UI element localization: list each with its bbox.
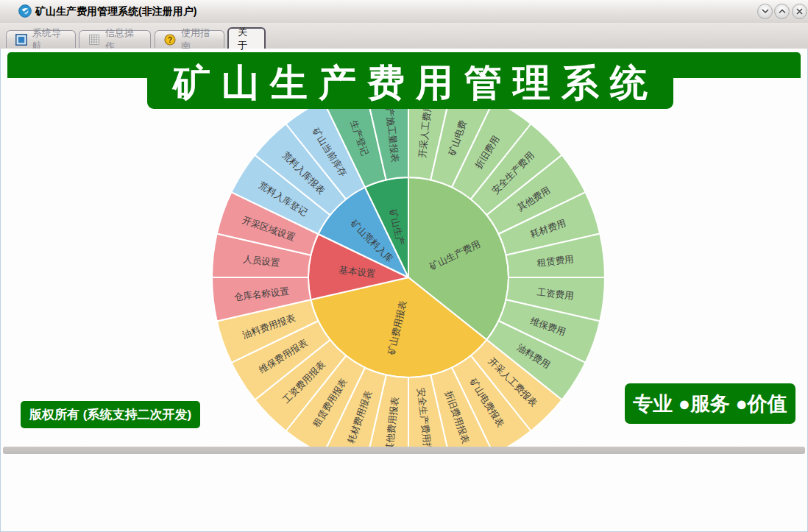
- tab-information-operations[interactable]: 信息操作: [79, 30, 151, 48]
- navigation-icon: [15, 34, 27, 46]
- chevron-down-icon: [762, 9, 769, 14]
- window-title: 矿山生产费用管理系统(非注册用户): [35, 0, 196, 23]
- about-tab-page: 矿山生产费用开采人工费用矿山电费折旧费用安全生产费用其他费用耗材费用租赁费用工资…: [6, 49, 802, 447]
- close-button[interactable]: [792, 4, 807, 19]
- close-icon: [796, 8, 803, 15]
- help-icon: ?: [164, 34, 176, 46]
- slogan-badge: 专业 ●服务 ●价值: [625, 383, 795, 424]
- question-glyph: ?: [168, 35, 172, 43]
- tab-user-guide[interactable]: ? 使用指南: [155, 30, 224, 48]
- horizontal-scrollbar[interactable]: [3, 447, 805, 454]
- banner-title-box: 矿山生产费用管理系统: [147, 58, 673, 109]
- chevron-up-icon: [779, 9, 786, 14]
- tab-bar: 系统导航 信息操作 ? 使用指南 关于: [0, 23, 808, 49]
- tab-about[interactable]: 关于: [227, 27, 266, 49]
- tab-system-navigation[interactable]: 系统导航: [6, 30, 76, 48]
- app-icon: [18, 4, 32, 18]
- page-title: 矿山生产费用管理系统: [162, 58, 659, 109]
- tab-label: 关于: [238, 26, 255, 52]
- grid-icon: [88, 34, 100, 46]
- copyright-badge: 版权所有 (系统支持二次开发): [21, 401, 200, 428]
- minimize-button[interactable]: [757, 4, 773, 19]
- maximize-button[interactable]: [774, 4, 790, 19]
- title-bar[interactable]: 矿山生产费用管理系统(非注册用户): [0, 0, 808, 24]
